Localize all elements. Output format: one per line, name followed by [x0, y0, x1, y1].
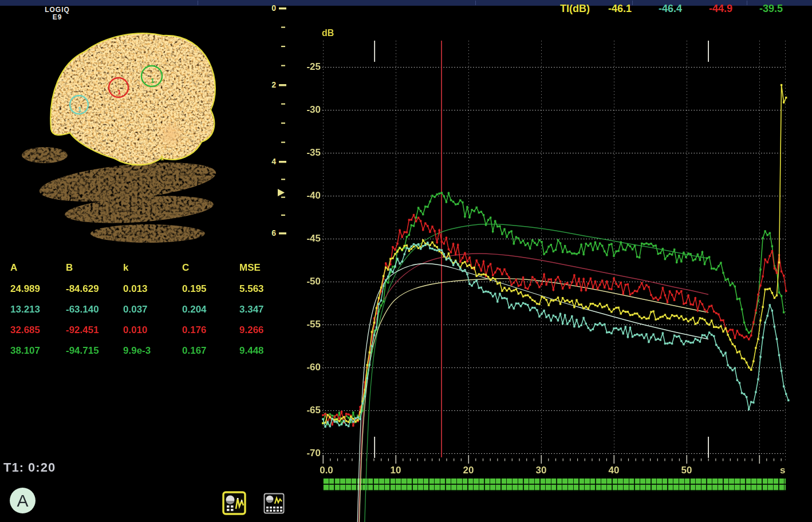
ultrasound-screen: LOGIQ E9: [0, 0, 812, 522]
table-cell: 32.685: [10, 325, 40, 336]
y-tick-label: -65: [294, 405, 321, 416]
table-cell: 9.9e-3: [123, 345, 151, 357]
table-header: MSE: [239, 262, 261, 274]
y-tick-label: -45: [294, 233, 321, 244]
x-tick-label: 20: [452, 465, 484, 476]
x-axis-title: s: [780, 465, 785, 476]
y-tick-label: -25: [294, 61, 321, 73]
acquisition-timer: T1: 0:20: [3, 460, 56, 475]
y-tick-label: -50: [294, 276, 321, 287]
table-cell: -84.629: [66, 283, 99, 295]
table-header: C: [182, 262, 189, 274]
table-cell: 0.010: [123, 325, 148, 336]
figure-label-badge: A: [10, 488, 36, 513]
table-cell: 24.989: [10, 283, 40, 295]
table-cell: 13.213: [10, 304, 40, 315]
table-cell: 5.563: [239, 283, 264, 295]
table-cell: -92.451: [66, 325, 99, 336]
y-tick-label: -60: [294, 362, 321, 373]
table-cell: 9.448: [239, 345, 264, 357]
table-cell: 3.347: [239, 304, 264, 315]
table-cell: 9.266: [239, 325, 264, 336]
table-header: B: [66, 262, 73, 274]
table-cell: 0.204: [182, 304, 207, 315]
y-tick-label: -30: [294, 104, 321, 116]
trackball-icon: [266, 496, 274, 503]
table-cell: 0.176: [182, 325, 207, 336]
tic-graph-button[interactable]: [222, 491, 246, 517]
y-axis-title: dB: [322, 28, 334, 38]
x-tick-label: 40: [598, 465, 630, 476]
table-cell: 0.167: [182, 345, 207, 357]
x-tick-label: 50: [671, 465, 703, 476]
table-cell: 0.013: [123, 283, 148, 295]
table-cell: 0.037: [123, 304, 148, 315]
table-header: k: [123, 262, 128, 274]
x-tick-label: 30: [525, 465, 557, 476]
table-cell: -63.140: [66, 304, 99, 315]
y-tick-label: -55: [294, 319, 321, 330]
tic-chart[interactable]: [0, 0, 812, 522]
table-cell: 0.195: [182, 283, 207, 295]
y-tick-label: -70: [294, 448, 321, 459]
table-cell: -94.715: [66, 345, 99, 357]
x-tick-label: 10: [380, 465, 412, 476]
y-tick-label: -40: [294, 190, 321, 201]
table-header: A: [10, 262, 17, 274]
x-tick-label: 0.0: [310, 465, 342, 476]
table-cell: 38.107: [10, 345, 40, 357]
tic-table-button[interactable]: [263, 493, 285, 516]
trackball-icon: [226, 496, 235, 504]
y-tick-label: -35: [294, 147, 321, 159]
